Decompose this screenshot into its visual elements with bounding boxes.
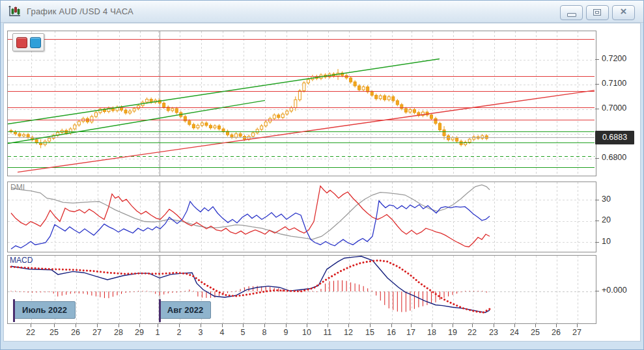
candle	[281, 114, 284, 117]
x-axis-tick	[222, 324, 223, 327]
x-axis-tick	[535, 324, 536, 327]
x-axis-tick	[179, 324, 180, 327]
chart-window: График AUD /USD 4 ЧАСА DMI MACD Июль 202…	[0, 0, 644, 350]
macd-panel[interactable]	[7, 255, 596, 324]
x-axis-label: 10	[298, 328, 315, 337]
dmi-indicator-label: DMI	[10, 183, 25, 192]
x-axis-label: 1	[149, 328, 166, 337]
dmi-tick-label-tick	[595, 221, 599, 221]
x-axis-tick	[453, 324, 453, 327]
dmi-tick-label: 10	[602, 237, 611, 247]
candle	[468, 139, 471, 142]
x-axis-label: 26	[548, 328, 565, 337]
red-marker-button[interactable]	[16, 37, 27, 48]
trend-line	[8, 100, 265, 143]
x-axis-tick	[76, 324, 76, 327]
price-tick-label-tick	[595, 59, 599, 60]
close-button[interactable]	[612, 5, 635, 20]
x-axis-label: 27	[568, 328, 585, 337]
x-axis-label: 22	[22, 328, 39, 337]
x-axis-tick	[348, 324, 349, 327]
x-axis-tick	[97, 324, 98, 327]
candle	[264, 122, 267, 126]
candle	[171, 109, 174, 111]
x-axis-tick	[328, 324, 328, 327]
restore-icon	[587, 6, 608, 20]
x-axis-tick	[556, 324, 557, 327]
x-axis-tick	[139, 324, 140, 327]
candle	[91, 116, 93, 122]
price-panel[interactable]	[7, 31, 596, 176]
minimize-icon	[561, 6, 582, 20]
x-axis-tick	[577, 324, 578, 327]
date-label-august: Авг 2022	[160, 301, 211, 319]
x-axis-label: 24	[506, 328, 523, 337]
x-axis-label: 29	[131, 328, 148, 337]
month-separator-august	[159, 299, 161, 322]
dmi-tick-label: 20	[602, 215, 611, 226]
candle	[146, 100, 148, 103]
candle	[150, 100, 152, 103]
x-axis-tick	[494, 324, 494, 327]
dmi-panel[interactable]	[7, 182, 596, 252]
candle	[294, 100, 297, 107]
blue-marker-button[interactable]	[30, 37, 41, 48]
candle	[277, 115, 280, 118]
candle	[252, 133, 255, 136]
candle	[163, 103, 165, 107]
candle	[362, 87, 365, 90]
chart-icon	[7, 5, 21, 18]
x-axis-label: 25	[527, 328, 544, 337]
x-axis-label: 19	[444, 328, 461, 337]
candle	[129, 111, 132, 113]
candle	[350, 78, 352, 82]
candle	[443, 130, 445, 136]
candle	[239, 134, 242, 137]
minimize-button[interactable]	[560, 5, 583, 20]
candle	[298, 91, 301, 100]
candle	[133, 109, 135, 111]
month-separator-july	[13, 299, 15, 322]
candle	[260, 126, 263, 129]
price-tick-label: 0.7100	[602, 79, 626, 89]
x-axis-tick	[158, 324, 158, 327]
candle	[387, 97, 390, 100]
candle	[205, 123, 208, 126]
x-axis-label: 9	[277, 328, 294, 337]
dmi-tick-label-tick	[595, 242, 599, 243]
candle	[27, 135, 29, 137]
x-axis-tick	[370, 324, 371, 327]
x-axis-label: 3	[192, 328, 209, 337]
candle	[375, 95, 378, 98]
titlebar[interactable]: График AUD /USD 4 ЧАСА	[1, 1, 643, 23]
candle	[439, 124, 441, 130]
x-axis-tick	[31, 324, 31, 327]
price-tick-label-tick	[595, 158, 599, 159]
current-price-badge: 0.6883	[595, 131, 634, 144]
candle	[201, 123, 203, 126]
x-axis-tick	[472, 324, 473, 327]
candle	[214, 126, 216, 128]
dmi-tick-label: 30	[602, 195, 611, 205]
candle	[358, 86, 361, 90]
x-axis-label: 28	[110, 328, 127, 337]
x-axis-label: 17	[402, 328, 419, 337]
candle	[256, 129, 259, 133]
x-axis-label: 25	[46, 328, 63, 337]
candle	[434, 118, 437, 124]
candle	[188, 121, 191, 124]
x-axis-label: 26	[67, 328, 84, 337]
x-axis-label: 4	[214, 328, 231, 337]
candle	[222, 129, 225, 131]
candle	[307, 79, 309, 83]
candle	[94, 113, 97, 116]
date-label-july: Июль 2022	[14, 301, 76, 319]
window-title: График AUD /USD 4 ЧАСА	[27, 7, 133, 16]
x-axis-tick	[264, 324, 265, 327]
candle	[354, 82, 356, 86]
x-axis-label: 12	[340, 328, 357, 337]
candle	[456, 138, 458, 141]
x-axis-tick	[119, 324, 119, 327]
x-axis-label: 2	[171, 328, 188, 337]
restore-button[interactable]	[586, 5, 609, 20]
